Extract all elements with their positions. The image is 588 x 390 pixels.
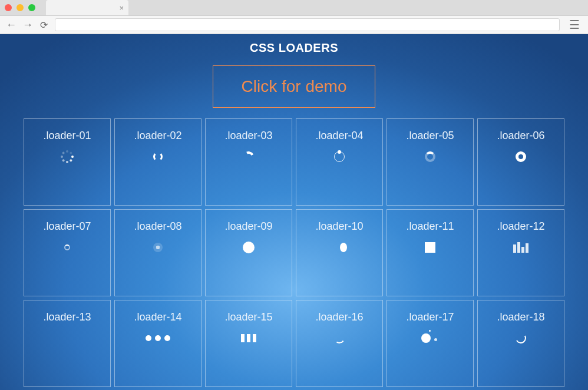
browser-toolbar: ← → ⟳ ☰ bbox=[0, 15, 588, 34]
loader-18-icon bbox=[513, 330, 528, 346]
loader-10-icon bbox=[332, 240, 347, 255]
loader-card-12[interactable]: .loader-12 bbox=[477, 209, 564, 296]
loader-label: .loader-01 bbox=[43, 130, 91, 142]
maximize-window-button[interactable] bbox=[28, 4, 35, 11]
loader-label: .loader-05 bbox=[406, 130, 454, 142]
loader-08-icon bbox=[150, 240, 166, 255]
browser-tab[interactable]: × bbox=[46, 0, 128, 15]
loader-card-02[interactable]: .loader-02 bbox=[114, 118, 201, 206]
loader-card-11[interactable]: .loader-11 bbox=[387, 209, 474, 296]
loader-card-05[interactable]: .loader-05 bbox=[387, 118, 474, 206]
loader-label: .loader-09 bbox=[224, 220, 272, 233]
browser-window: × ← → ⟳ ☰ CSS LOADERS Click for demo .lo… bbox=[0, 0, 588, 390]
loader-label: .loader-11 bbox=[406, 220, 454, 233]
loader-09-icon bbox=[241, 240, 256, 255]
forward-button[interactable]: → bbox=[22, 19, 33, 31]
loader-12-icon bbox=[513, 240, 528, 255]
address-bar[interactable] bbox=[55, 18, 560, 31]
tab-strip: × bbox=[0, 0, 588, 15]
loader-label: .loader-04 bbox=[315, 130, 363, 142]
loader-label: .loader-02 bbox=[134, 130, 181, 142]
loader-01-icon bbox=[60, 149, 75, 164]
window-controls bbox=[5, 4, 35, 11]
menu-icon[interactable]: ☰ bbox=[567, 18, 582, 32]
loader-16-icon bbox=[332, 330, 347, 346]
loader-label: .loader-03 bbox=[224, 130, 272, 142]
loader-14-icon bbox=[146, 330, 170, 346]
close-tab-icon[interactable]: × bbox=[119, 4, 124, 12]
loader-label: .loader-10 bbox=[315, 220, 363, 233]
loader-card-06[interactable]: .loader-06 bbox=[477, 118, 564, 206]
loader-card-09[interactable]: .loader-09 bbox=[205, 209, 292, 296]
loader-card-07[interactable]: .loader-07 bbox=[24, 209, 111, 296]
loader-label: .loader-07 bbox=[43, 220, 91, 233]
loader-card-18[interactable]: .loader-18 bbox=[477, 300, 564, 387]
close-window-button[interactable] bbox=[5, 4, 12, 11]
loader-card-04[interactable]: .loader-04 bbox=[296, 118, 383, 206]
loader-03-icon bbox=[241, 149, 256, 164]
loader-17-icon bbox=[421, 330, 439, 346]
loader-11-icon bbox=[422, 240, 438, 255]
loader-label: .loader-15 bbox=[224, 311, 272, 323]
loader-card-10[interactable]: .loader-10 bbox=[296, 209, 383, 296]
loader-card-08[interactable]: .loader-08 bbox=[114, 209, 201, 296]
loader-05-icon bbox=[422, 149, 438, 164]
loader-07-icon bbox=[60, 240, 75, 255]
loader-card-15[interactable]: .loader-15 bbox=[205, 300, 292, 387]
loader-label: .loader-17 bbox=[406, 311, 454, 323]
loader-06-icon bbox=[513, 149, 528, 164]
loader-label: .loader-13 bbox=[43, 311, 91, 323]
loader-card-03[interactable]: .loader-03 bbox=[205, 118, 292, 206]
reload-button[interactable]: ⟳ bbox=[40, 19, 48, 31]
loader-label: .loader-12 bbox=[497, 220, 544, 233]
loader-card-01[interactable]: .loader-01 bbox=[24, 118, 111, 206]
loader-grid: .loader-01 .loader-02 bbox=[0, 118, 588, 387]
loader-card-17[interactable]: .loader-17 bbox=[387, 300, 474, 387]
loader-label: .loader-14 bbox=[134, 311, 181, 323]
loader-15-icon bbox=[241, 330, 256, 346]
loader-card-13[interactable]: .loader-13 bbox=[24, 300, 111, 387]
loader-card-16[interactable]: .loader-16 bbox=[296, 300, 383, 387]
loader-label: .loader-18 bbox=[497, 311, 544, 323]
demo-button[interactable]: Click for demo bbox=[213, 65, 375, 108]
page-title: CSS LOADERS bbox=[0, 41, 588, 55]
loader-label: .loader-06 bbox=[497, 130, 544, 142]
loader-04-icon bbox=[332, 149, 347, 164]
loader-13-icon bbox=[60, 330, 75, 346]
loader-card-14[interactable]: .loader-14 bbox=[114, 300, 201, 387]
loader-02-icon bbox=[150, 149, 166, 164]
page-content: CSS LOADERS Click for demo .loader-01 bbox=[0, 34, 588, 390]
loader-label: .loader-16 bbox=[315, 311, 363, 323]
back-button[interactable]: ← bbox=[6, 19, 16, 31]
loader-label: .loader-08 bbox=[134, 220, 181, 233]
minimize-window-button[interactable] bbox=[16, 4, 24, 11]
